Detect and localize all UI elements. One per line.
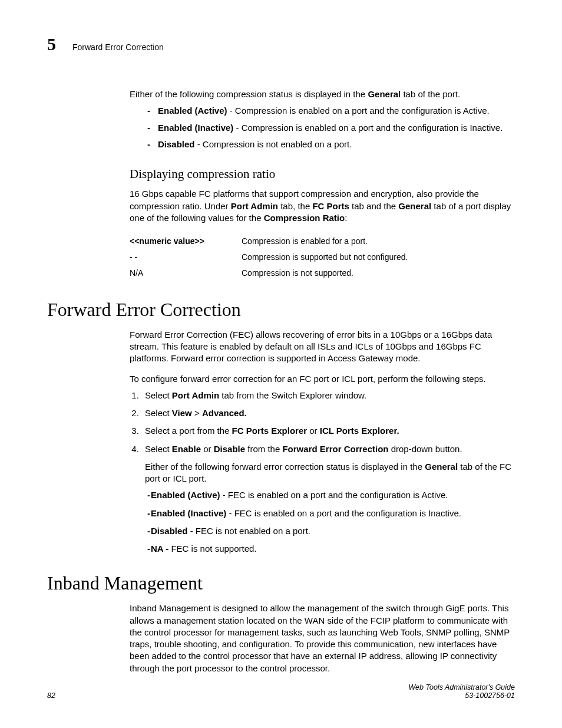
step-item: Select Enable or Disable from the Forwar… bbox=[141, 443, 515, 555]
chapter-number: 5 bbox=[47, 34, 56, 54]
ratio-paragraph: 16 Gbps capable FC platforms that suppor… bbox=[130, 188, 515, 224]
inband-paragraph: Inband Management is designed to allow t… bbox=[130, 602, 515, 674]
step-item: Select a port from the FC Ports Explorer… bbox=[141, 425, 515, 437]
fec-paragraph: Forward Error Correction (FEC) allows re… bbox=[130, 329, 515, 365]
section-heading-inband: Inband Management bbox=[47, 572, 515, 594]
page-footer: 82 Web Tools Administrator's Guide 53-10… bbox=[47, 683, 515, 700]
table-row: - - Compression is supported but not con… bbox=[130, 249, 408, 265]
guide-title: Web Tools Administrator's Guide bbox=[409, 683, 515, 691]
step4-followup-paragraph: Either of the following forward error co… bbox=[145, 461, 515, 485]
intro-paragraph: Either of the following compression stat… bbox=[130, 88, 515, 100]
list-item: Disabled - FEC is not enabled on a port. bbox=[147, 525, 515, 537]
fec-status-list: Enabled (Active) - FEC is enabled on a p… bbox=[145, 489, 515, 555]
fec-block: Forward Error Correction (FEC) allows re… bbox=[130, 329, 515, 555]
list-item: Enabled (Inactive) - Compression is enab… bbox=[147, 122, 515, 134]
intro-block: Either of the following compression stat… bbox=[130, 88, 515, 281]
page-header: 5 Forward Error Correction bbox=[47, 34, 515, 54]
page-number: 82 bbox=[47, 691, 55, 700]
step-item: Select Port Admin tab from the Switch Ex… bbox=[141, 390, 515, 401]
table-row: <<numeric value>> Compression is enabled… bbox=[130, 233, 408, 249]
list-item: Enabled (Active) - FEC is enabled on a p… bbox=[147, 489, 515, 501]
compression-status-list: Enabled (Active) - Compression is enable… bbox=[130, 105, 515, 150]
section-heading-fec: Forward Error Correction bbox=[47, 299, 515, 321]
page: 5 Forward Error Correction Either of the… bbox=[0, 0, 562, 728]
inband-block: Inband Management is designed to allow t… bbox=[130, 602, 515, 674]
table-row: N/A Compression is not supported. bbox=[130, 265, 408, 281]
fec-steps: Select Port Admin tab from the Switch Ex… bbox=[130, 390, 515, 555]
doc-number: 53-1002756-01 bbox=[409, 691, 515, 700]
chapter-title: Forward Error Correction bbox=[72, 42, 164, 52]
step-item: Select View > Advanced. bbox=[141, 407, 515, 419]
list-item: Enabled (Inactive) - FEC is enabled on a… bbox=[147, 508, 515, 519]
list-item: Enabled (Active) - Compression is enable… bbox=[147, 105, 515, 117]
footer-right: Web Tools Administrator's Guide 53-10027… bbox=[409, 683, 515, 700]
list-item: Disabled - Compression is not enabled on… bbox=[147, 139, 515, 150]
compression-ratio-table: <<numeric value>> Compression is enabled… bbox=[130, 233, 408, 281]
subsection-heading: Displaying compression ratio bbox=[130, 166, 515, 182]
step4-followup: Either of the following forward error co… bbox=[145, 461, 515, 555]
fec-config-paragraph: To configure forward error correction fo… bbox=[130, 373, 515, 385]
list-item: NA - FEC is not supported. bbox=[147, 543, 515, 555]
